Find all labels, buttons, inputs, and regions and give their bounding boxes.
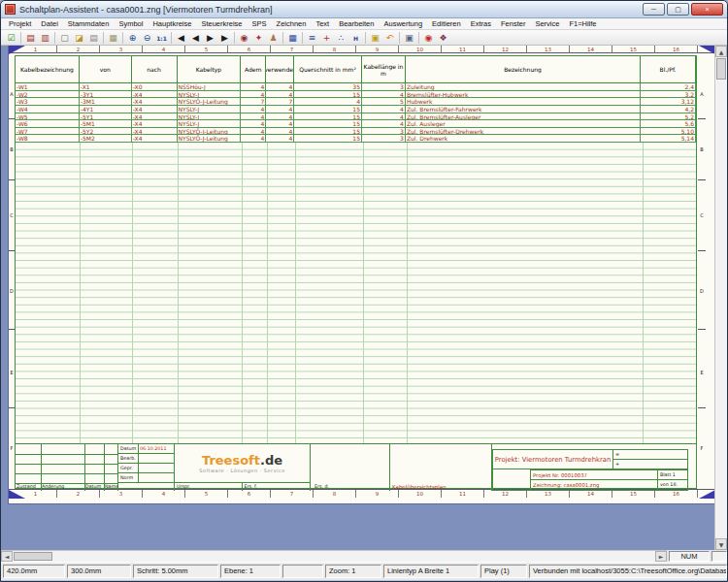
menu-item-steuerkreise[interactable]: Steuerkreise <box>196 18 247 29</box>
col-header-verwendet: verwendet <box>266 56 294 82</box>
menu-item-stammdaten[interactable]: Stammdaten <box>63 18 115 29</box>
project-copy-button[interactable]: ▥ <box>38 31 52 45</box>
exit-button[interactable]: ◉ <box>421 31 436 45</box>
toolbar-separator <box>171 32 172 44</box>
last-page-button[interactable]: ▶ <box>217 31 232 45</box>
table-cell: -X4 <box>132 106 178 113</box>
scroll-up-icon[interactable]: ▲ <box>715 46 727 57</box>
vertical-scrollbar[interactable]: ▲ ▼ <box>714 46 727 550</box>
menu-item-editieren[interactable]: Editieren <box>427 18 466 29</box>
first-page-button[interactable]: ◀ <box>174 31 188 45</box>
menu-item-fenster[interactable]: Fenster <box>496 18 530 29</box>
project-no-label: Projekt Nr. <box>533 472 559 478</box>
apply-check-button[interactable]: ☑ <box>4 31 18 45</box>
menu-item-service[interactable]: Service <box>530 18 564 29</box>
contacts-button[interactable]: ♟ <box>266 31 281 45</box>
table-cell: -W3 <box>16 98 80 105</box>
status-height: 300.0mm <box>67 565 131 578</box>
table-cell: -X4 <box>132 128 178 135</box>
table-row[interactable]: -W7-5Y2-X4NYSLYÖ-J-Leitung44153Zul. Brem… <box>16 128 696 136</box>
table-cell: 15 <box>294 128 362 135</box>
help-button[interactable]: ❖ <box>436 31 450 45</box>
table-button[interactable]: ▦ <box>285 31 300 45</box>
print-button[interactable]: ▤ <box>86 31 101 45</box>
title-bar[interactable]: Schaltplan-Assistent - casa0001.zng [Vie… <box>1 1 727 18</box>
toolbar: ☑▤▥▢◪▤▦⊕⊖1:1◀◀▶▶◉✦♟▦≡+∴H▣↶▣◉❖ <box>1 30 727 46</box>
table-cell: -X1 <box>80 83 132 90</box>
table-cell: 15 <box>294 120 362 127</box>
open-button[interactable]: ◪ <box>72 31 86 45</box>
table-row[interactable]: -W8-5M2-X4NYSLYÖ-J-Leitung44153Zul. Dreh… <box>16 135 696 143</box>
draw-cross-button[interactable]: + <box>319 31 334 45</box>
ruler-number: 7 <box>271 46 314 53</box>
zoom-out-button[interactable]: ⊖ <box>140 31 154 45</box>
table-row[interactable]: -W4-4Y1-X4NYSLY-J44154Zul. Bremslüfter-F… <box>16 106 696 113</box>
prev-page-button[interactable]: ◀ <box>188 31 203 45</box>
new-document-button[interactable]: ▢ <box>57 31 72 45</box>
table-row[interactable]: -W6-5M1-X4NYSLY-J44154Zul. Ausleger5,6 <box>16 120 696 128</box>
table-row[interactable]: -W3-3M1-X4NYSLYÖ-J-Leitung7745Hubwerk3,1… <box>16 98 696 106</box>
column-line <box>242 143 243 443</box>
menu-item-projekt[interactable]: Projekt <box>4 18 36 29</box>
table-cell: 7 <box>266 98 294 105</box>
table-cell: 4,2 <box>641 106 696 113</box>
minimize-button[interactable]: ─ <box>643 3 665 16</box>
table-cell: 4 <box>266 135 294 142</box>
zone-tick <box>698 407 706 408</box>
zoom-in-button[interactable]: ⊕ <box>125 31 140 45</box>
toolbar-separator <box>418 32 419 44</box>
scroll-down-icon[interactable]: ▼ <box>715 538 727 550</box>
symbol-search-button[interactable]: ◉ <box>237 31 251 45</box>
table-row[interactable]: -W5-5Y1-X4NYSLY-J44154Zul. Bremslüfter-A… <box>16 113 696 121</box>
app-window: Schaltplan-Assistent - casa0001.zng [Vie… <box>0 0 728 582</box>
properties-button[interactable]: ▣ <box>402 31 416 45</box>
scroll-right-icon[interactable]: ► <box>655 551 667 562</box>
database-button[interactable]: ▦ <box>106 31 120 45</box>
table-cell: 5,6 <box>641 120 696 127</box>
undo-button[interactable]: ↶ <box>382 31 397 45</box>
symbol-edit-button[interactable]: ✦ <box>251 31 266 45</box>
table-row[interactable]: -W1-X1-X0NSSHöu-J44353Zuleitung2,4 <box>16 83 696 91</box>
menu-item-text[interactable]: Text <box>311 18 334 29</box>
drawing-area[interactable]: 12345678910111213141516 1234567891011121… <box>1 46 716 550</box>
menu-item-symbol[interactable]: Symbol <box>114 18 148 29</box>
line-type-button[interactable]: ≡ <box>305 31 319 45</box>
menu-item-zeichnen[interactable]: Zeichnen <box>272 18 312 29</box>
zoom-1to1-button[interactable]: 1:1 <box>154 31 169 45</box>
menu-item-extras[interactable]: Extras <box>466 18 496 29</box>
table-cell: 5 <box>362 98 406 105</box>
maximize-button[interactable]: ▢ <box>667 3 689 16</box>
col-header-bl-pf: Bl./Pf. <box>641 56 696 82</box>
menu-item-auswertung[interactable]: Auswertung <box>379 18 427 29</box>
menu-item-bearbeiten[interactable]: Bearbeiten <box>334 18 379 29</box>
ruler-number: 9 <box>356 46 399 53</box>
table-cell: -W1 <box>16 83 80 90</box>
snap-points-button[interactable]: ∴ <box>334 31 348 45</box>
status-play: Play (1) <box>480 565 527 578</box>
horizontal-scroll-thumb[interactable] <box>14 552 52 561</box>
grid-h-button[interactable]: H <box>348 31 363 45</box>
menu-item-hauptkreise[interactable]: Hauptkreise <box>148 18 196 29</box>
close-button[interactable]: × <box>691 3 723 16</box>
table-cell: Zul. Ausleger <box>406 120 641 127</box>
horizontal-scrollbar[interactable]: ◄ ► <box>1 550 667 562</box>
scroll-left-icon[interactable]: ◄ <box>1 551 13 562</box>
zone-letter-e: E <box>698 370 706 375</box>
drawing-sheet[interactable]: 12345678910111213141516 1234567891011121… <box>9 46 715 503</box>
table-cell: 5,14 <box>641 135 696 142</box>
table-row[interactable]: -W2-3Y1-X4NYSLY-J44154Bremslüfter-Hubwer… <box>16 91 696 99</box>
toolbar-separator <box>302 32 303 44</box>
vertical-scroll-thumb[interactable] <box>716 58 726 80</box>
ruler-number: 10 <box>399 46 442 53</box>
ruler-number: 8 <box>314 46 356 53</box>
menu-item-sps[interactable]: SPS <box>248 18 272 29</box>
menu-item-datei[interactable]: Datei <box>36 18 63 29</box>
ruler-number: 12 <box>484 490 527 498</box>
paste-button[interactable]: ▣ <box>368 31 382 45</box>
next-page-button[interactable]: ▶ <box>203 31 217 45</box>
table-cell: -5M1 <box>80 120 132 127</box>
project-manager-button[interactable]: ▤ <box>23 31 38 45</box>
table-cell: Zul. Bremslüfter-Fahrwerk <box>406 106 641 113</box>
menu-item-f1-hilfe[interactable]: F1=Hilfe <box>564 18 601 29</box>
logo-tld: .de <box>260 453 282 468</box>
